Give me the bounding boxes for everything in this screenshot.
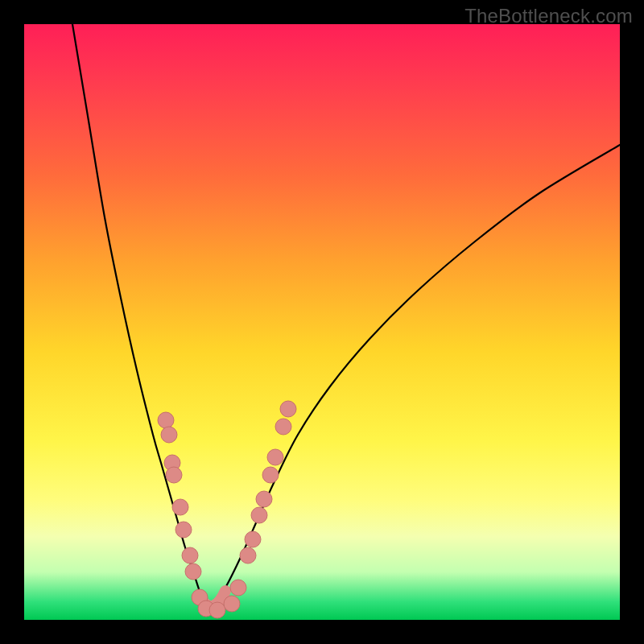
curve-right-branch bbox=[209, 145, 620, 612]
data-point-marker bbox=[175, 522, 192, 538]
plot-area bbox=[24, 24, 620, 620]
data-point-marker bbox=[280, 401, 296, 417]
curve-group bbox=[72, 24, 620, 612]
data-point-marker bbox=[230, 580, 246, 596]
data-point-marker bbox=[209, 602, 225, 618]
data-point-marker bbox=[182, 547, 198, 564]
data-point-marker bbox=[262, 467, 279, 483]
outer-frame: TheBottleneck.com bbox=[0, 0, 644, 644]
data-point-marker bbox=[275, 419, 291, 435]
data-point-marker bbox=[251, 507, 267, 523]
data-point-marker bbox=[256, 491, 272, 507]
data-point-marker bbox=[240, 547, 256, 564]
watermark-text: TheBottleneck.com bbox=[464, 5, 633, 27]
data-point-marker bbox=[245, 531, 261, 547]
data-point-marker bbox=[224, 596, 240, 612]
data-point-marker bbox=[161, 427, 177, 443]
data-point-marker bbox=[172, 499, 188, 515]
data-point-marker bbox=[158, 412, 174, 428]
data-point-marker bbox=[267, 449, 283, 465]
chart-svg bbox=[24, 24, 620, 620]
data-point-marker bbox=[185, 564, 201, 580]
data-point-marker bbox=[166, 467, 182, 483]
